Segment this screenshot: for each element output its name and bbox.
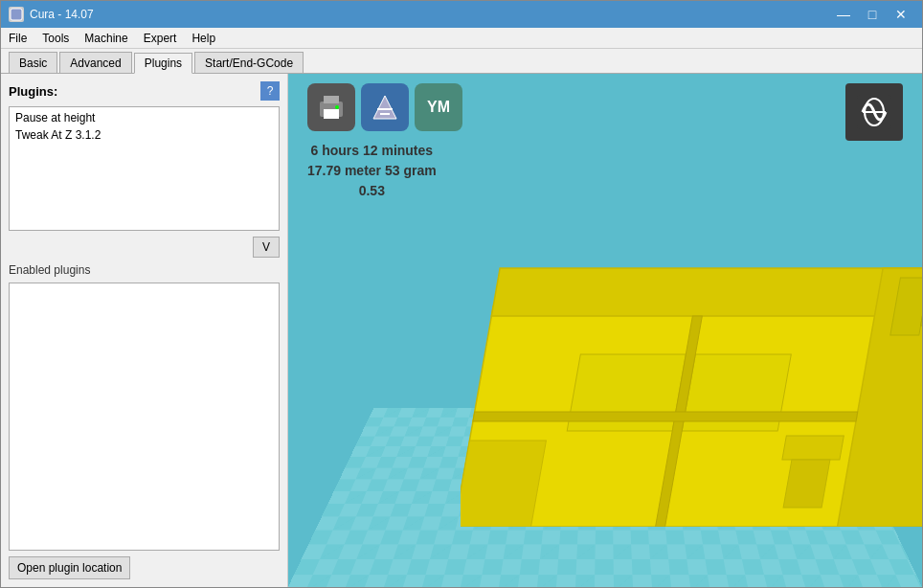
window-title: Cura - 14.07 <box>30 8 94 21</box>
viewport: YM 6 hours 12 minutes 17.79 meter 53 gra… <box>288 74 922 587</box>
tab-advanced[interactable]: Advanced <box>59 52 131 73</box>
svg-rect-2 <box>324 96 339 103</box>
window-controls: — □ ✕ <box>830 5 914 24</box>
menu-tools[interactable]: Tools <box>34 28 77 49</box>
menu-bar: File Tools Machine Expert Help <box>1 28 922 49</box>
print-cost: 0.53 <box>307 181 437 201</box>
help-button[interactable]: ? <box>260 81 280 101</box>
main-content: Plugins: ? Pause at height Tweak At Z 3.… <box>1 74 922 587</box>
open-plugin-location-button[interactable]: Open plugin location <box>9 556 130 579</box>
svg-rect-0 <box>11 9 22 20</box>
svg-rect-14 <box>461 441 546 527</box>
plugins-label: Plugins: <box>9 84 57 99</box>
tab-start-end-gcode[interactable]: Start/End-GCode <box>194 52 304 73</box>
main-window: Cura - 14.07 — □ ✕ File Tools Machine Ex… <box>0 0 923 588</box>
print-filament: 17.79 meter 53 gram <box>307 161 437 181</box>
tab-plugins[interactable]: Plugins <box>134 53 192 74</box>
sidebar: Plugins: ? Pause at height Tweak At Z 3.… <box>1 74 288 587</box>
svg-rect-21 <box>782 436 844 460</box>
tabs-bar: Basic Advanced Plugins Start/End-GCode <box>1 49 922 74</box>
svg-rect-18 <box>473 412 858 421</box>
enabled-plugins-label: Enabled plugins <box>9 263 280 277</box>
enabled-plugins-area <box>9 283 280 551</box>
tab-basic[interactable]: Basic <box>9 52 57 73</box>
plugins-list[interactable]: Pause at height Tweak At Z 3.1.2 <box>9 106 280 231</box>
plugin-item-pause[interactable]: Pause at height <box>11 109 277 126</box>
svg-point-4 <box>335 105 339 109</box>
print-time: 6 hours 12 minutes <box>307 141 437 161</box>
print-info: 6 hours 12 minutes 17.79 meter 53 gram 0… <box>307 141 437 201</box>
3d-model <box>461 220 922 530</box>
plugins-header: Plugins: ? <box>9 81 280 101</box>
svg-rect-12 <box>491 268 922 316</box>
viewport-toolbar: YM <box>307 83 462 131</box>
title-bar: Cura - 14.07 — □ ✕ <box>1 1 922 28</box>
right-toolbar-icon[interactable] <box>845 83 903 141</box>
ym-toolbar-icon[interactable]: YM <box>415 83 462 131</box>
menu-machine[interactable]: Machine <box>77 28 135 49</box>
svg-rect-22 <box>783 460 830 508</box>
svg-rect-1 <box>320 102 343 117</box>
svg-marker-5 <box>373 96 396 119</box>
app-icon <box>9 7 24 22</box>
slice-toolbar-icon[interactable] <box>361 83 409 131</box>
svg-rect-3 <box>324 109 339 119</box>
menu-expert[interactable]: Expert <box>136 28 185 49</box>
ym-label: YM <box>427 99 450 116</box>
plugin-item-tweak[interactable]: Tweak At Z 3.1.2 <box>11 126 277 144</box>
print-toolbar-icon[interactable] <box>307 83 355 131</box>
minimize-button[interactable]: — <box>830 5 857 24</box>
title-bar-left: Cura - 14.07 <box>9 7 94 22</box>
close-button[interactable]: ✕ <box>888 5 914 24</box>
menu-help[interactable]: Help <box>184 28 223 49</box>
maximize-button[interactable]: □ <box>859 5 886 24</box>
menu-file[interactable]: File <box>1 28 34 49</box>
arrow-down-button[interactable]: V <box>253 237 280 258</box>
